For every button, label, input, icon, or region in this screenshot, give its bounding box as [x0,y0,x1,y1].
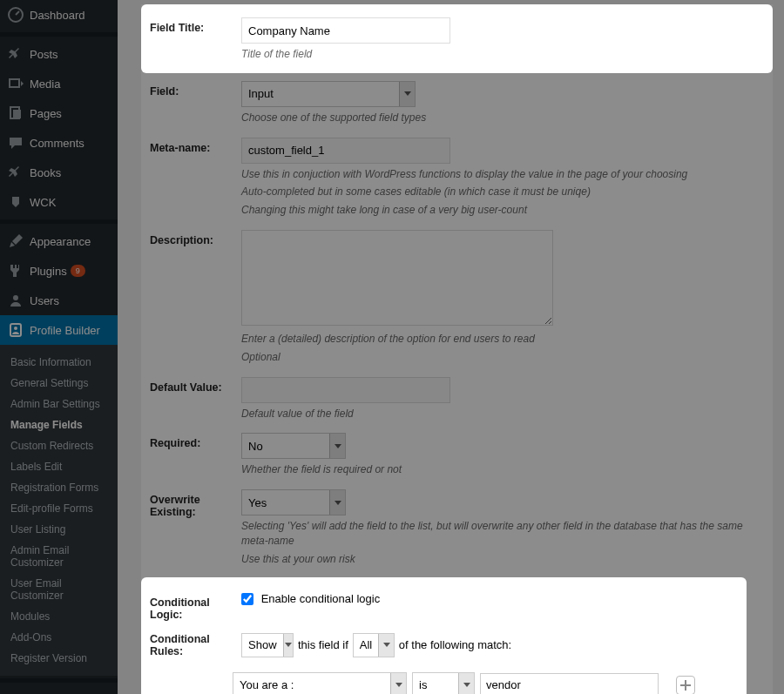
profile-icon [7,321,24,339]
menu-appearance[interactable]: Appearance [0,226,118,256]
label-default-value: Default Value: [150,377,241,394]
submenu-basic-info[interactable]: Basic Information [0,352,118,373]
submenu-general-settings[interactable]: General Settings [0,373,118,394]
select-overwrite[interactable]: Yes [241,489,346,515]
row-conditional-logic: Conditional Logic: Enable conditional lo… [141,586,738,627]
svg-point-4 [13,295,18,300]
label-field: Field: [150,81,241,98]
input-meta-name[interactable] [241,138,450,164]
input-field-title[interactable] [241,17,450,44]
select-value: No [242,434,329,458]
menu-profile-builder[interactable]: Profile Builder [0,315,118,345]
submenu-labels-edit[interactable]: Labels Edit [0,456,118,477]
menu-pages[interactable]: Pages [0,98,118,128]
submenu-addons[interactable]: Add-Ons [0,627,118,648]
chevron-down-icon [329,434,345,458]
submenu-manage-fields[interactable]: Manage Fields [0,414,118,435]
row-default-value: Default Value: Default value of the fiel… [141,371,773,428]
select-value: All [354,634,378,657]
menu-paid-member[interactable]: Paid Member Subscriptions [0,685,118,694]
input-rule-value[interactable] [480,673,659,694]
hint-field-title: Title of the field [241,47,760,62]
select-rule-match[interactable]: All [353,633,395,657]
rule-condition-row: You are a : is [233,672,738,694]
menu-label: Dashboard [30,9,85,22]
menu-plugins[interactable]: Plugins 9 [0,256,118,286]
row-description: Description: Enter a (detailed) descript… [141,224,773,371]
select-value: Show [242,634,283,657]
hint-overwrite1: Selecting 'Yes' will add the field to th… [241,519,764,549]
media-icon [7,75,24,92]
submenu-register-version[interactable]: Register Version [0,648,118,669]
user-icon [7,292,24,309]
chevron-down-icon [378,634,394,657]
menu-media[interactable]: Media [0,69,118,98]
checkbox-enable-conditional[interactable] [241,593,253,605]
submenu-custom-redirects[interactable]: Custom Redirects [0,435,118,456]
label-conditional-logic: Conditional Logic: [150,592,241,621]
svg-rect-3 [13,110,21,118]
menu-dashboard[interactable]: Dashboard [0,0,118,30]
submenu-admin-bar[interactable]: Admin Bar Settings [0,394,118,414]
label-required: Required: [150,433,241,449]
hint-field: Choose one of the supported field types [241,111,764,125]
row-field: Field: Input Choose one of the supported… [141,75,773,131]
row-field-title: Field Title: Title of the field [141,11,768,68]
hint-default-value: Default value of the field [241,407,764,421]
chevron-down-icon [458,673,474,694]
select-value: Yes [242,490,329,515]
rule-text1: this field if [298,638,348,651]
chevron-down-icon [329,490,345,515]
hint-meta2: Auto-completed but in some cases editabl… [241,185,764,199]
menu-posts[interactable]: Posts [0,39,118,69]
menu-users[interactable]: Users [0,286,118,315]
wck-icon [7,193,24,211]
menu-books[interactable]: Books [0,158,118,187]
select-value: is [413,673,458,694]
row-conditional-rules: Conditional Rules: Show this field if Al… [141,627,738,664]
menu-comments[interactable]: Comments [0,128,118,158]
select-rule-field[interactable]: You are a : [233,672,407,694]
submenu-user-email[interactable]: User Email Customizer [0,573,118,606]
svg-point-6 [14,327,17,330]
submenu-edit-profile-forms[interactable]: Edit-profile Forms [0,498,118,519]
hint-desc2: Optional [241,350,764,365]
chevron-down-icon [390,673,406,694]
chevron-down-icon [283,634,293,657]
brush-icon [7,232,24,250]
label-field-title: Field Title: [150,17,241,34]
select-value: You are a : [233,673,390,694]
submenu-registration-forms[interactable]: Registration Forms [0,477,118,498]
comment-icon [7,134,24,152]
menu-label: Pages [30,107,62,120]
menu-label: Appearance [30,235,91,248]
row-overwrite: Overwrite Existing: Yes Selecting 'Yes' … [141,483,773,572]
pages-icon [7,104,24,122]
select-required[interactable]: No [241,433,346,459]
submenu-user-listing[interactable]: User Listing [0,519,118,540]
menu-label: Media [30,77,60,91]
select-value: Input [242,82,399,106]
textarea-description[interactable] [241,230,553,326]
input-default-value[interactable] [241,377,450,403]
menu-label: Profile Builder [30,324,100,337]
plugins-badge: 9 [71,265,85,277]
label-overwrite: Overwrite Existing: [150,489,241,518]
hint-required: Whether the field is required or not [241,462,764,477]
submenu-admin-email[interactable]: Admin Email Customizer [0,540,118,573]
row-meta: Meta-name: Use this in conjuction with W… [141,131,773,224]
add-rule-button[interactable] [676,676,695,694]
menu-label: WCK [30,196,56,209]
select-rule-action[interactable]: Show [241,633,294,657]
select-rule-operator[interactable]: is [412,672,475,694]
menu-wck[interactable]: WCK [0,187,118,217]
menu-label: Posts [30,48,58,61]
submenu-modules[interactable]: Modules [0,606,118,627]
hint-desc1: Enter a (detailed) description of the op… [241,332,764,347]
select-field-type[interactable]: Input [241,81,416,107]
hint-meta3: Changing this might take long in case of… [241,203,764,218]
rule-text2: of the following match: [399,638,511,651]
label-description: Description: [150,230,241,246]
main-content: Field Title: Title of the field Field: I… [118,0,784,694]
plug-icon [7,262,24,280]
